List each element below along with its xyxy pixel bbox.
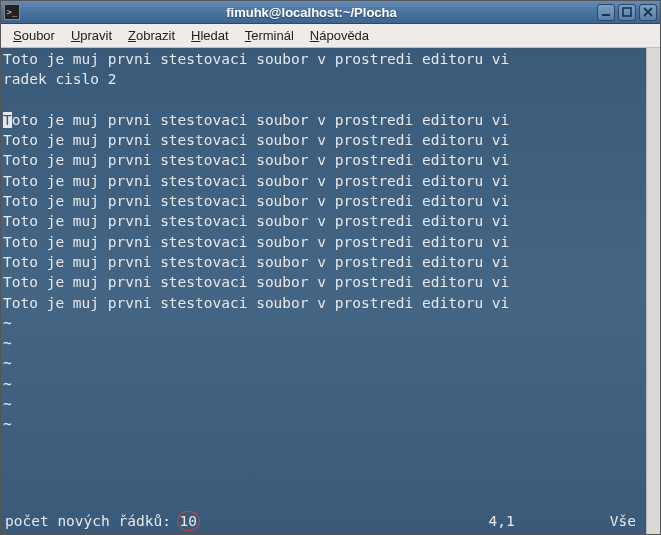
menu-search[interactable]: Hledat xyxy=(183,25,237,46)
buffer-line: Toto je muj prvni stestovaci soubor v pr… xyxy=(3,110,644,130)
buffer-line: Toto je muj prvni stestovaci soubor v pr… xyxy=(3,232,644,252)
terminal-area[interactable]: Toto je muj prvni stestovaci soubor v pr… xyxy=(1,48,660,534)
menubar: Soubor Upravit Zobrazit Hledat Terminál … xyxy=(1,24,660,48)
menu-edit[interactable]: Upravit xyxy=(63,25,120,46)
empty-line-tilde: ~ xyxy=(3,333,644,353)
vi-status-line: počet nových řádků: 10 4,1 Vše xyxy=(3,511,644,533)
minimize-button[interactable] xyxy=(597,4,615,21)
scrollbar[interactable] xyxy=(646,48,660,534)
buffer-line: Toto je muj prvni stestovaci soubor v pr… xyxy=(3,252,644,272)
titlebar[interactable]: >_ fimuhk@localhost:~/Plocha xyxy=(1,1,660,24)
svg-rect-1 xyxy=(623,8,631,16)
buffer-line: Toto je muj prvni stestovaci soubor v pr… xyxy=(3,130,644,150)
buffer-line: Toto je muj prvni stestovaci soubor v pr… xyxy=(3,150,644,170)
vi-buffer: Toto je muj prvni stestovaci soubor v pr… xyxy=(3,49,644,511)
buffer-line: Toto je muj prvni stestovaci soubor v pr… xyxy=(3,191,644,211)
svg-rect-0 xyxy=(602,14,610,16)
empty-line-tilde: ~ xyxy=(3,414,644,434)
window-title: fimuhk@localhost:~/Plocha xyxy=(26,5,597,20)
status-position: 4,1 xyxy=(489,511,515,531)
close-button[interactable] xyxy=(639,4,657,21)
menu-file[interactable]: Soubor xyxy=(5,25,63,46)
terminal-window: >_ fimuhk@localhost:~/Plocha Soubor Upra… xyxy=(0,0,661,535)
terminal-app-icon: >_ xyxy=(4,4,20,20)
buffer-line: radek cislo 2 xyxy=(3,69,644,89)
buffer-line: Toto je muj prvni stestovaci soubor v pr… xyxy=(3,293,644,313)
empty-line-tilde: ~ xyxy=(3,313,644,333)
buffer-line: Toto je muj prvni stestovaci soubor v pr… xyxy=(3,171,644,191)
empty-line-tilde: ~ xyxy=(3,353,644,373)
menu-terminal[interactable]: Terminál xyxy=(237,25,302,46)
status-count-highlighted: 10 xyxy=(180,513,197,529)
window-controls xyxy=(597,4,657,21)
status-scroll: Vše xyxy=(610,511,642,531)
menu-view[interactable]: Zobrazit xyxy=(120,25,183,46)
buffer-line xyxy=(3,90,644,110)
buffer-line: Toto je muj prvni stestovaci soubor v pr… xyxy=(3,272,644,292)
cursor: T xyxy=(3,112,12,128)
status-message: počet nových řádků: 10 xyxy=(5,511,197,531)
empty-line-tilde: ~ xyxy=(3,374,644,394)
empty-line-tilde: ~ xyxy=(3,394,644,414)
menu-help[interactable]: Nápověda xyxy=(302,25,377,46)
buffer-line: Toto je muj prvni stestovaci soubor v pr… xyxy=(3,49,644,69)
buffer-line: Toto je muj prvni stestovaci soubor v pr… xyxy=(3,211,644,231)
maximize-button[interactable] xyxy=(618,4,636,21)
